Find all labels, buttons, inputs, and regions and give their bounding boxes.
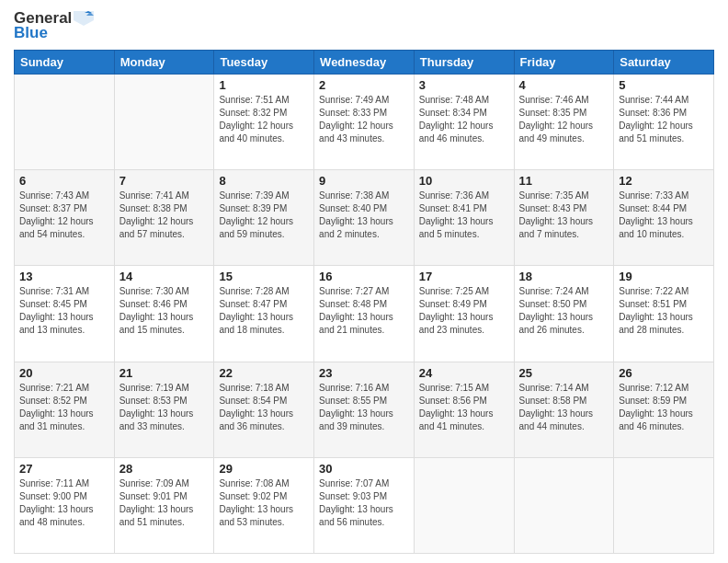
- day-number: 19: [619, 270, 709, 283]
- day-number: 27: [19, 462, 109, 476]
- calendar-week-row: 27Sunrise: 7:11 AM Sunset: 9:00 PM Dayli…: [15, 457, 714, 553]
- day-number: 4: [519, 78, 609, 92]
- calendar-cell: 10Sunrise: 7:36 AM Sunset: 8:41 PM Dayli…: [414, 170, 514, 266]
- day-of-week-header: Wednesday: [314, 51, 415, 75]
- day-of-week-header: Monday: [114, 51, 214, 75]
- calendar-cell: 6Sunrise: 7:43 AM Sunset: 8:37 PM Daylig…: [15, 170, 115, 266]
- day-number: 30: [319, 462, 409, 476]
- calendar-cell: 25Sunrise: 7:14 AM Sunset: 8:58 PM Dayli…: [514, 362, 614, 457]
- day-of-week-header: Saturday: [614, 51, 714, 75]
- day-info: Sunrise: 7:49 AM Sunset: 8:33 PM Dayligh…: [319, 94, 409, 145]
- day-info: Sunrise: 7:33 AM Sunset: 8:44 PM Dayligh…: [619, 190, 709, 241]
- day-info: Sunrise: 7:24 AM Sunset: 8:50 PM Dayligh…: [519, 285, 609, 337]
- day-number: 5: [619, 78, 709, 92]
- day-info: Sunrise: 7:44 AM Sunset: 8:36 PM Dayligh…: [619, 94, 709, 145]
- calendar-cell: 29Sunrise: 7:08 AM Sunset: 9:02 PM Dayli…: [214, 457, 314, 553]
- header: General Blue: [14, 9, 714, 42]
- calendar-cell: 1Sunrise: 7:51 AM Sunset: 8:32 PM Daylig…: [214, 75, 314, 170]
- day-info: Sunrise: 7:22 AM Sunset: 8:51 PM Dayligh…: [619, 285, 709, 337]
- calendar-cell: 17Sunrise: 7:25 AM Sunset: 8:49 PM Dayli…: [414, 266, 514, 362]
- calendar-cell: 30Sunrise: 7:07 AM Sunset: 9:03 PM Dayli…: [314, 457, 415, 553]
- day-number: 26: [619, 366, 709, 380]
- day-number: 12: [619, 174, 709, 188]
- day-number: 6: [19, 174, 109, 188]
- calendar-cell: 18Sunrise: 7:24 AM Sunset: 8:50 PM Dayli…: [514, 266, 614, 362]
- day-info: Sunrise: 7:14 AM Sunset: 8:58 PM Dayligh…: [519, 382, 609, 433]
- day-of-week-header: Thursday: [414, 51, 514, 75]
- day-number: 25: [519, 366, 609, 380]
- day-number: 20: [19, 366, 109, 380]
- calendar-cell: 21Sunrise: 7:19 AM Sunset: 8:53 PM Dayli…: [114, 362, 214, 457]
- day-number: 10: [419, 174, 509, 188]
- day-info: Sunrise: 7:39 AM Sunset: 8:39 PM Dayligh…: [219, 190, 309, 241]
- calendar-cell: 5Sunrise: 7:44 AM Sunset: 8:36 PM Daylig…: [614, 75, 714, 170]
- day-info: Sunrise: 7:31 AM Sunset: 8:45 PM Dayligh…: [19, 285, 109, 337]
- calendar-week-row: 20Sunrise: 7:21 AM Sunset: 8:52 PM Dayli…: [15, 362, 714, 457]
- calendar-cell: 9Sunrise: 7:38 AM Sunset: 8:40 PM Daylig…: [314, 170, 415, 266]
- calendar-week-row: 6Sunrise: 7:43 AM Sunset: 8:37 PM Daylig…: [15, 170, 714, 266]
- calendar-cell: 24Sunrise: 7:15 AM Sunset: 8:56 PM Dayli…: [414, 362, 514, 457]
- day-info: Sunrise: 7:16 AM Sunset: 8:55 PM Dayligh…: [319, 382, 409, 433]
- day-number: 18: [519, 270, 609, 283]
- calendar-cell: 27Sunrise: 7:11 AM Sunset: 9:00 PM Dayli…: [15, 457, 115, 553]
- day-number: 13: [19, 270, 109, 283]
- day-number: 9: [319, 174, 409, 188]
- day-number: 11: [519, 174, 609, 188]
- calendar-cell: 2Sunrise: 7:49 AM Sunset: 8:33 PM Daylig…: [314, 75, 415, 170]
- calendar-cell: [15, 75, 115, 170]
- day-info: Sunrise: 7:38 AM Sunset: 8:40 PM Dayligh…: [319, 190, 409, 241]
- day-number: 16: [319, 270, 409, 283]
- day-info: Sunrise: 7:25 AM Sunset: 8:49 PM Dayligh…: [419, 285, 509, 337]
- day-info: Sunrise: 7:07 AM Sunset: 9:03 PM Dayligh…: [319, 477, 409, 529]
- calendar-cell: 7Sunrise: 7:41 AM Sunset: 8:38 PM Daylig…: [114, 170, 214, 266]
- calendar-cell: [114, 75, 214, 170]
- calendar-cell: [614, 457, 714, 553]
- calendar-week-row: 1Sunrise: 7:51 AM Sunset: 8:32 PM Daylig…: [15, 75, 714, 170]
- calendar-cell: 20Sunrise: 7:21 AM Sunset: 8:52 PM Dayli…: [15, 362, 115, 457]
- page: General Blue SundayMondayTuesdayWednesda…: [0, 0, 728, 563]
- day-info: Sunrise: 7:19 AM Sunset: 8:53 PM Dayligh…: [119, 382, 210, 433]
- day-info: Sunrise: 7:41 AM Sunset: 8:38 PM Dayligh…: [119, 190, 210, 241]
- day-info: Sunrise: 7:28 AM Sunset: 8:47 PM Dayligh…: [219, 285, 309, 337]
- day-number: 3: [419, 78, 509, 92]
- logo-arrow-icon: [74, 11, 94, 26]
- day-info: Sunrise: 7:43 AM Sunset: 8:37 PM Dayligh…: [19, 190, 109, 241]
- day-number: 28: [119, 462, 210, 476]
- calendar-cell: 28Sunrise: 7:09 AM Sunset: 9:01 PM Dayli…: [114, 457, 214, 553]
- calendar-cell: 14Sunrise: 7:30 AM Sunset: 8:46 PM Dayli…: [114, 266, 214, 362]
- day-number: 29: [219, 462, 309, 476]
- calendar-cell: [414, 457, 514, 553]
- logo: General Blue: [14, 9, 94, 42]
- day-number: 17: [419, 270, 509, 283]
- day-info: Sunrise: 7:30 AM Sunset: 8:46 PM Dayligh…: [119, 285, 210, 337]
- day-number: 8: [219, 174, 309, 188]
- day-number: 15: [219, 270, 309, 283]
- calendar-cell: 26Sunrise: 7:12 AM Sunset: 8:59 PM Dayli…: [614, 362, 714, 457]
- day-info: Sunrise: 7:51 AM Sunset: 8:32 PM Dayligh…: [219, 94, 309, 145]
- calendar-cell: 19Sunrise: 7:22 AM Sunset: 8:51 PM Dayli…: [614, 266, 714, 362]
- calendar-cell: 11Sunrise: 7:35 AM Sunset: 8:43 PM Dayli…: [514, 170, 614, 266]
- day-info: Sunrise: 7:36 AM Sunset: 8:41 PM Dayligh…: [419, 190, 509, 241]
- day-info: Sunrise: 7:27 AM Sunset: 8:48 PM Dayligh…: [319, 285, 409, 337]
- calendar-header-row: SundayMondayTuesdayWednesdayThursdayFrid…: [15, 51, 714, 75]
- day-info: Sunrise: 7:21 AM Sunset: 8:52 PM Dayligh…: [19, 382, 109, 433]
- calendar-cell: 16Sunrise: 7:27 AM Sunset: 8:48 PM Dayli…: [314, 266, 415, 362]
- day-number: 7: [119, 174, 210, 188]
- day-number: 14: [119, 270, 210, 283]
- calendar-cell: 22Sunrise: 7:18 AM Sunset: 8:54 PM Dayli…: [214, 362, 314, 457]
- day-number: 23: [319, 366, 409, 380]
- calendar-cell: 13Sunrise: 7:31 AM Sunset: 8:45 PM Dayli…: [15, 266, 115, 362]
- day-info: Sunrise: 7:09 AM Sunset: 9:01 PM Dayligh…: [119, 477, 210, 529]
- logo-blue: Blue: [14, 24, 48, 42]
- day-info: Sunrise: 7:46 AM Sunset: 8:35 PM Dayligh…: [519, 94, 609, 145]
- day-of-week-header: Tuesday: [214, 51, 314, 75]
- day-info: Sunrise: 7:12 AM Sunset: 8:59 PM Dayligh…: [619, 382, 709, 433]
- day-info: Sunrise: 7:08 AM Sunset: 9:02 PM Dayligh…: [219, 477, 309, 529]
- calendar-cell: 4Sunrise: 7:46 AM Sunset: 8:35 PM Daylig…: [514, 75, 614, 170]
- day-info: Sunrise: 7:35 AM Sunset: 8:43 PM Dayligh…: [519, 190, 609, 241]
- calendar-cell: 8Sunrise: 7:39 AM Sunset: 8:39 PM Daylig…: [214, 170, 314, 266]
- day-info: Sunrise: 7:48 AM Sunset: 8:34 PM Dayligh…: [419, 94, 509, 145]
- calendar-cell: 3Sunrise: 7:48 AM Sunset: 8:34 PM Daylig…: [414, 75, 514, 170]
- day-of-week-header: Friday: [514, 51, 614, 75]
- day-info: Sunrise: 7:15 AM Sunset: 8:56 PM Dayligh…: [419, 382, 509, 433]
